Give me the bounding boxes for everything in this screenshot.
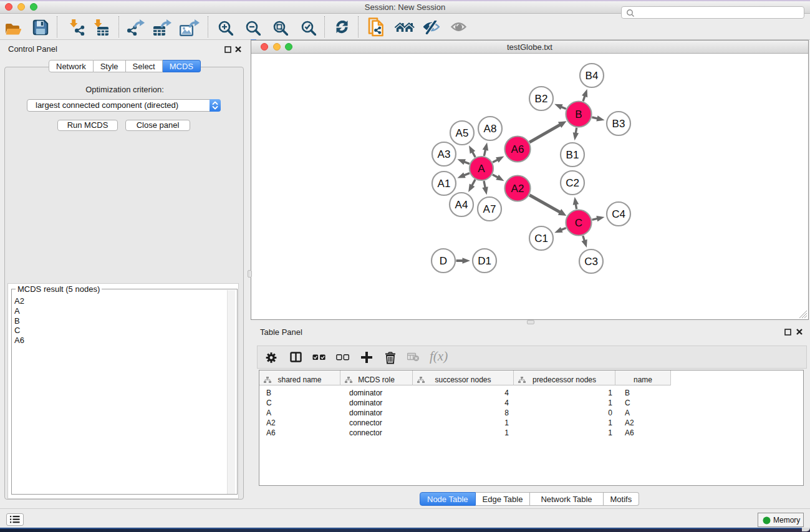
svg-text:B: B (575, 109, 582, 120)
svg-text:C: C (575, 217, 582, 229)
svg-text:C2: C2 (566, 177, 579, 189)
svg-text:D1: D1 (478, 255, 491, 267)
svg-text:B2: B2 (535, 93, 548, 105)
svg-text:C3: C3 (584, 256, 598, 268)
svg-text:A4: A4 (455, 199, 468, 211)
svg-text:A7: A7 (483, 203, 496, 215)
svg-text:C1: C1 (534, 233, 548, 244)
svg-text:A: A (478, 163, 485, 175)
svg-text:A8: A8 (484, 123, 497, 135)
svg-text:C4: C4 (612, 208, 625, 220)
svg-text:A5: A5 (456, 127, 469, 139)
svg-text:B4: B4 (586, 70, 599, 82)
svg-text:B1: B1 (566, 149, 579, 161)
svg-text:A1: A1 (438, 178, 451, 190)
svg-text:D: D (440, 255, 447, 267)
svg-text:A2: A2 (511, 183, 524, 195)
svg-text:B3: B3 (612, 118, 625, 130)
svg-text:A3: A3 (438, 148, 451, 160)
svg-text:A6: A6 (511, 143, 524, 155)
